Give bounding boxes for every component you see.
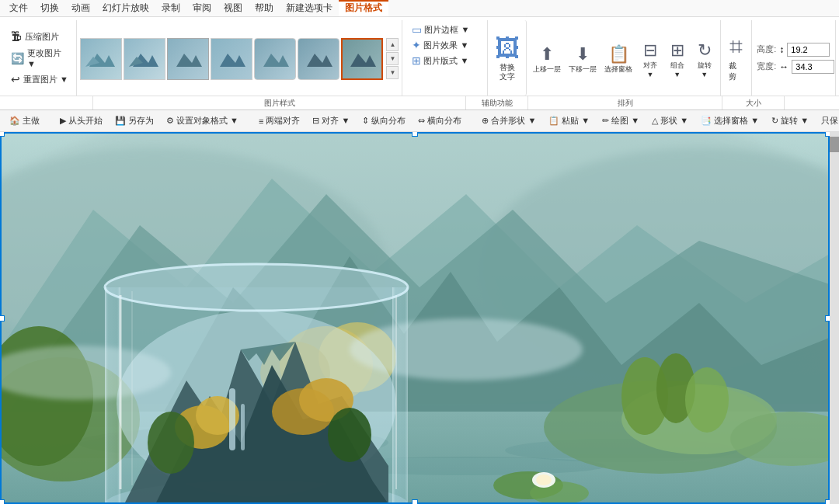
access-rotate2[interactable]: ↻ 旋转 ▼ (767, 113, 813, 128)
label-assist: 辅助功能 (466, 96, 528, 109)
width-input[interactable] (792, 60, 834, 74)
width-row: 宽度: ↔ (757, 60, 830, 74)
compress-label: 压缩图片 (25, 31, 59, 43)
scroll-up-arrow[interactable]: ▲ (386, 38, 399, 51)
menu-record[interactable]: 录制 (155, 0, 186, 16)
replace-text-btn[interactable]: 🖼 替换文字 (488, 20, 527, 96)
group-btn[interactable]: ⊞ 组合 ▼ (664, 39, 690, 80)
access-paste[interactable]: 📋 粘贴 ▼ (544, 113, 594, 128)
menu-review[interactable]: 审阅 (186, 0, 218, 16)
image-style-group: ▲ ▼ ▼ (77, 20, 402, 96)
access-justify[interactable]: ≡ 两端对齐 (254, 113, 305, 128)
home-label: 主做 (23, 115, 40, 127)
rotate-icon: ↻ (698, 40, 712, 61)
access-preserve[interactable]: 只保 (816, 113, 839, 128)
access-vert-dist[interactable]: ⇕ 纵向分布 (357, 113, 410, 128)
svg-point-56 (350, 318, 583, 381)
menu-new-tab[interactable]: 新建选项卡 (280, 0, 339, 16)
access-align[interactable]: ⊟ 对齐 ▼ (308, 113, 354, 128)
ribbon: 🗜 压缩图片 🔄 更改图片 ▼ ↩ 重置图片 ▼ (0, 17, 839, 110)
scroll-expand-arrow[interactable]: ▼ (386, 66, 399, 79)
menu-view[interactable]: 视图 (218, 0, 249, 16)
start-label: 从头开始 (68, 115, 103, 127)
access-shape[interactable]: △ 形状 ▼ (647, 113, 693, 128)
label-adjust (0, 96, 93, 109)
format-icon: ⚙ (166, 116, 174, 126)
style-thumb-2[interactable] (124, 38, 165, 80)
move-up-label: 上移一层 (533, 64, 561, 75)
border-label: 图片边框 ▼ (424, 24, 469, 36)
menu-file[interactable]: 文件 (3, 0, 34, 16)
scrollbar-thumb[interactable] (830, 137, 839, 152)
rotate2-icon: ↻ (771, 116, 778, 126)
svg-point-44 (148, 412, 194, 474)
access-home[interactable]: 🏠 主做 (5, 113, 44, 128)
draw-icon: ✏ (602, 116, 609, 126)
replace-text-icon: 🖼 (495, 34, 520, 63)
selection-pane-label: 选择窗格 (604, 64, 632, 75)
move-down-icon: ⬇ (576, 44, 590, 64)
svg-marker-6 (263, 54, 289, 67)
style-thumb-5[interactable] (254, 38, 296, 80)
compress-icon: 🗜 (11, 30, 22, 43)
picture-border-btn[interactable]: ▭ 图片边框 ▼ (407, 22, 482, 37)
horiz-dist-label: 横向分布 (427, 115, 461, 127)
replace-text-label: 替换文字 (500, 63, 515, 82)
access-format[interactable]: ⚙ 设置对象格式 ▼ (162, 113, 243, 128)
vert-dist-icon: ⇕ (362, 116, 369, 126)
selection-pane-btn[interactable]: 📋 选择窗格 (601, 43, 635, 76)
width-icon: ↔ (779, 61, 789, 72)
style-thumb-3[interactable] (167, 38, 209, 80)
arrange-group: ⬆ 上移一层 ⬇ 下移一层 📋 选择窗格 ⊟ 对齐 ▼ ⊞ 组合 ▼ (527, 20, 721, 96)
height-row: 高度: ↕ (757, 43, 830, 57)
merge-icon: ⊕ (482, 116, 489, 126)
move-down-btn[interactable]: ⬇ 下移一层 (566, 43, 600, 76)
label-size: 大小 (722, 96, 785, 109)
access-draw[interactable]: ✏ 绘图 ▼ (597, 113, 644, 128)
scroll-down-arrow[interactable]: ▼ (386, 52, 399, 65)
move-up-btn[interactable]: ⬆ 上移一层 (530, 43, 564, 76)
svg-point-24 (685, 367, 729, 433)
paste-label: 粘贴 ▼ (562, 115, 590, 127)
menu-slideshow[interactable]: 幻灯片放映 (96, 0, 155, 16)
picture-format-group: ▭ 图片边框 ▼ ✦ 图片效果 ▼ ⊞ 图片版式 ▼ (402, 20, 488, 96)
style-thumb-7[interactable] (341, 38, 383, 80)
crop-btn[interactable]: ⌗ 裁剪 (721, 20, 752, 96)
style-thumb-6[interactable] (298, 38, 339, 80)
menu-switch[interactable]: 切换 (34, 0, 65, 16)
reset-image-btn[interactable]: ↩ 重置图片 ▼ (8, 71, 71, 87)
height-input[interactable] (787, 43, 830, 57)
access-bar: 🏠 主做 ▶ 从头开始 💾 另存为 ⚙ 设置对象格式 ▼ ≡ 两端对齐 ⊟ 对齐… (0, 110, 839, 132)
right-scrollbar[interactable] (830, 132, 839, 504)
svg-point-55 (536, 474, 552, 485)
menu-help[interactable]: 帮助 (249, 0, 280, 16)
change-icon: 🔄 (11, 52, 24, 64)
change-image-btn[interactable]: 🔄 更改图片 ▼ (8, 46, 71, 70)
rotate-btn[interactable]: ↻ 旋转 ▼ (691, 39, 717, 80)
style-thumb-4[interactable] (211, 38, 252, 80)
align-btn[interactable]: ⊟ 对齐 ▼ (637, 39, 663, 80)
menu-animation[interactable]: 动画 (65, 0, 96, 16)
crop-icon: ⌗ (729, 33, 743, 61)
move-up-icon: ⬆ (540, 44, 554, 64)
menu-picture-format[interactable]: 图片格式 (339, 0, 388, 16)
compress-image-btn[interactable]: 🗜 压缩图片 (8, 29, 71, 44)
access-horiz-dist[interactable]: ⇔ 横向分布 (413, 113, 466, 128)
rotate2-label: 旋转 ▼ (781, 115, 809, 127)
svg-marker-5 (220, 54, 245, 67)
svg-point-45 (328, 408, 371, 462)
access-save-as[interactable]: 💾 另存为 (110, 113, 158, 128)
picture-layout-btn[interactable]: ⊞ 图片版式 ▼ (407, 53, 482, 68)
access-start[interactable]: ▶ 从头开始 (55, 113, 107, 128)
picture-effect-btn[interactable]: ✦ 图片效果 ▼ (407, 37, 482, 53)
style-thumb-1[interactable] (80, 38, 122, 80)
align-label: 对齐 ▼ (640, 61, 660, 78)
arrange-buttons: ⬆ 上移一层 ⬇ 下移一层 📋 选择窗格 ⊟ 对齐 ▼ ⊞ 组合 ▼ (530, 23, 717, 96)
svg-marker-4 (176, 54, 202, 67)
image-adjust-group: 🗜 压缩图片 🔄 更改图片 ▼ ↩ 重置图片 ▼ (3, 20, 77, 96)
access-sel-pane[interactable]: 📑 选择窗格 ▼ (696, 113, 764, 128)
style-scroll-arrows: ▲ ▼ ▼ (386, 38, 399, 79)
effect-icon: ✦ (412, 39, 421, 51)
align-label2: 对齐 ▼ (322, 115, 350, 127)
access-merge[interactable]: ⊕ 合并形状 ▼ (477, 113, 541, 128)
